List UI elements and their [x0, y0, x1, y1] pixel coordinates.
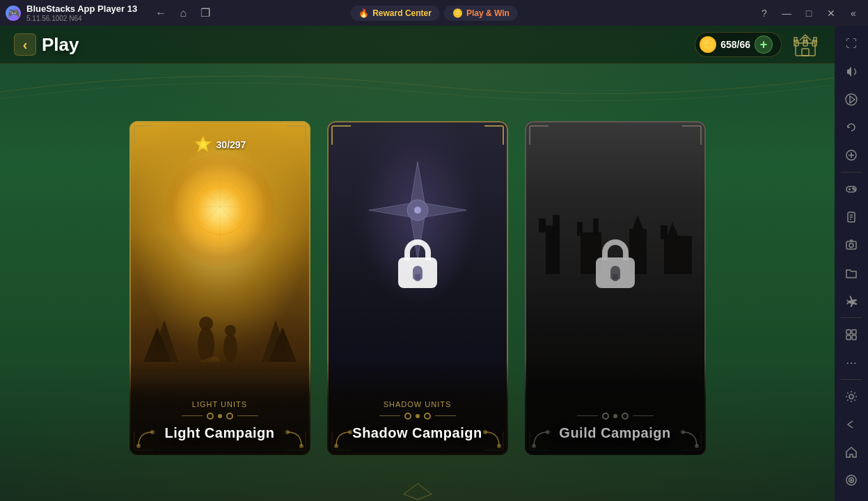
shadow-card-ornament [379, 413, 456, 420]
svg-point-43 [532, 444, 536, 448]
maximize-button[interactable]: □ [800, 4, 818, 22]
guild-lock-body [596, 257, 635, 288]
bottom-ornament [397, 473, 439, 501]
shadow-lock-keyhole [413, 266, 423, 280]
playnwin-icon: 🪙 [452, 8, 463, 18]
sync-icon[interactable] [839, 143, 864, 168]
svg-point-24 [299, 444, 303, 448]
record-icon[interactable] [839, 87, 864, 112]
svg-rect-6 [804, 38, 807, 42]
controller-icon[interactable] [839, 177, 864, 202]
svg-point-54 [853, 188, 854, 189]
back-nav-button[interactable]: ← [151, 3, 171, 23]
more-icon[interactable]: ⋯ [839, 350, 864, 375]
star-count: 30/297 [216, 139, 246, 150]
guild-lock-keyhole [610, 266, 620, 280]
add-energy-button[interactable]: + [755, 35, 773, 54]
sidebar-divider-2 [841, 317, 862, 318]
shadow-card-vine-bl [333, 429, 354, 450]
svg-point-44 [546, 430, 550, 434]
svg-point-66 [851, 479, 852, 481]
svg-rect-32 [546, 225, 560, 274]
shadow-card-corner-tl [331, 125, 351, 145]
app-title-block: BlueStacks App Player 13 5.11.56.1002 N6… [26, 3, 137, 22]
light-card-vine-bl [135, 429, 156, 450]
light-card-subtitle: Light Units [192, 400, 247, 408]
airplane-icon[interactable] [839, 288, 864, 313]
reward-icon: 🔥 [358, 8, 369, 18]
apk-icon[interactable] [839, 205, 864, 230]
titlebar-center: 🔥 Reward Center 🪙 Play & Win [350, 6, 518, 21]
energy-count: 658/66 [720, 39, 750, 50]
nav-buttons: ← ⌂ ❐ [151, 3, 215, 23]
titlebar: 🎮 BlueStacks App Player 13 5.11.56.1002 … [0, 0, 868, 26]
guild-lock-icon [591, 239, 640, 295]
folder-icon[interactable] [839, 260, 864, 285]
reward-center-label: Reward Center [372, 8, 432, 18]
svg-point-28 [334, 444, 338, 448]
game-area: ‹ Play ⚡ 658/66 + [0, 26, 835, 501]
svg-point-23 [150, 430, 155, 434]
playnwin-label: Play & Win [466, 8, 510, 18]
svg-point-25 [285, 430, 290, 434]
app-logo: 🎮 [6, 6, 21, 21]
volume-icon[interactable] [839, 59, 864, 84]
star-badge: 30/297 [194, 135, 246, 154]
shadow-campaign-card[interactable]: Shadow Units Shadow Campaign [327, 121, 508, 455]
svg-rect-60 [852, 330, 856, 334]
reward-center-button[interactable]: 🔥 Reward Center [350, 6, 440, 21]
back-button[interactable]: ‹ Play [14, 33, 79, 56]
card-corner-tr [287, 125, 306, 145]
castle-button[interactable] [790, 28, 821, 61]
svg-rect-7 [802, 49, 809, 56]
svg-point-30 [497, 444, 501, 448]
guild-card-corner-tr [682, 125, 702, 145]
svg-marker-42 [668, 222, 678, 236]
back-sidebar-icon[interactable] [839, 412, 864, 437]
app-name: BlueStacks App Player 13 [26, 3, 137, 15]
settings-icon[interactable] [839, 384, 864, 409]
close-button[interactable]: ✕ [822, 4, 840, 22]
svg-rect-33 [539, 218, 546, 232]
light-card-title: Light Campaign [164, 425, 274, 441]
svg-rect-39 [664, 236, 692, 274]
svg-rect-61 [846, 335, 851, 340]
svg-marker-47 [404, 484, 432, 500]
svg-rect-5 [814, 38, 816, 42]
expand-button[interactable]: « [844, 4, 862, 22]
shadow-card-subtitle: Shadow Units [384, 400, 452, 408]
light-card-ornament [182, 413, 258, 420]
guild-lock-container [591, 239, 640, 295]
card-corner-tl [134, 125, 153, 145]
home-nav-button[interactable]: ⌂ [173, 3, 193, 23]
header-right: ⚡ 658/66 + [695, 28, 821, 61]
shadow-card-bottom: Shadow Units Shadow Campaign [327, 358, 508, 455]
svg-point-46 [681, 430, 685, 434]
sidebar-divider-3 [841, 379, 862, 380]
home-sidebar-icon[interactable] [839, 440, 864, 465]
svg-point-27 [414, 207, 421, 214]
screenshot-icon[interactable] [839, 232, 864, 257]
light-card-bottom: Light Units Light Campaign [129, 358, 310, 455]
guild-card-ornament [577, 413, 654, 420]
play-title: Play [42, 34, 79, 56]
fullscreen-icon[interactable]: ⛶ [839, 31, 864, 56]
svg-rect-34 [553, 215, 560, 232]
windows-nav-button[interactable]: ❐ [196, 3, 215, 23]
guild-card-vine-bl [530, 429, 551, 450]
playnwin-button[interactable]: 🪙 Play & Win [444, 6, 518, 21]
shadow-lock-container [393, 239, 442, 295]
camera-sidebar-icon[interactable] [839, 468, 864, 493]
light-card-vine-br [284, 429, 305, 450]
titlebar-left: 🎮 BlueStacks App Player 13 5.11.56.1002 … [6, 3, 215, 23]
svg-point-31 [483, 430, 487, 434]
rotate-icon[interactable] [839, 115, 864, 140]
guild-card-vine-br [679, 429, 700, 450]
window-icon[interactable] [839, 322, 864, 347]
help-button[interactable]: ? [755, 4, 773, 22]
shadow-lock-body [398, 257, 437, 288]
guild-campaign-card[interactable]: placeholder Guild Campaign [525, 121, 706, 455]
titlebar-right: ? — □ ✕ « [755, 4, 862, 22]
minimize-button[interactable]: — [778, 4, 796, 22]
light-campaign-card[interactable]: 30/297 Light Units Light Campaign [129, 121, 310, 455]
